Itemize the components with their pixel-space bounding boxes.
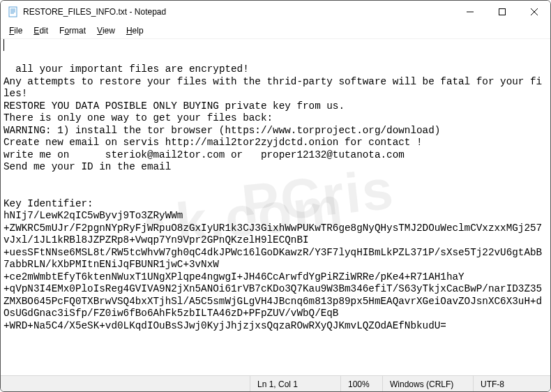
text-editor[interactable]: all your important files are encrypted! … xyxy=(1,39,550,375)
notepad-icon xyxy=(8,6,19,17)
maximize-button[interactable] xyxy=(486,1,518,23)
statusbar: Ln 1, Col 1 100% Windows (CRLF) UTF-8 xyxy=(1,375,550,392)
status-lineending: Windows (CRLF) xyxy=(383,376,474,392)
svg-rect-6 xyxy=(499,9,506,15)
status-zoom: 100% xyxy=(341,376,383,392)
menu-view[interactable]: View xyxy=(91,24,121,37)
menu-file[interactable]: File xyxy=(3,24,28,37)
menu-format[interactable]: Format xyxy=(54,24,91,37)
menu-help[interactable]: Help xyxy=(121,24,149,37)
status-encoding: UTF-8 xyxy=(474,376,550,392)
text-caret xyxy=(3,39,4,51)
menu-edit[interactable]: Edit xyxy=(28,24,54,37)
window-title: RESTORE_FILES_INFO.txt - Notepad xyxy=(23,7,166,17)
close-button[interactable] xyxy=(518,1,550,23)
titlebar: RESTORE_FILES_INFO.txt - Notepad xyxy=(1,1,550,23)
minimize-button[interactable] xyxy=(454,1,486,23)
status-position: Ln 1, Col 1 xyxy=(250,376,341,392)
document-content: all your important files are encrypted! … xyxy=(3,63,542,331)
menubar: File Edit Format View Help xyxy=(1,23,550,38)
